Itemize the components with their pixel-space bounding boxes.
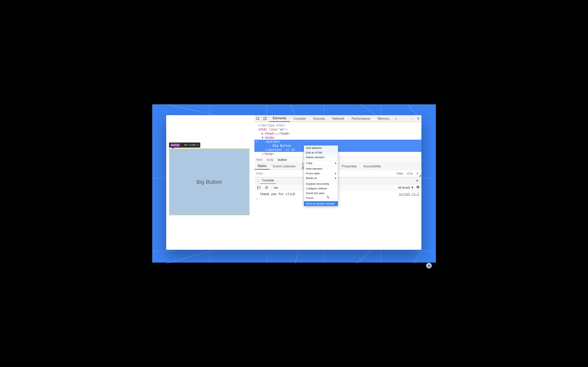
tab-sources[interactable]: Sources	[309, 115, 329, 122]
big-button[interactable]: Big Button	[169, 149, 250, 215]
styles-filter-input[interactable]: Filter	[256, 172, 263, 175]
code-doctype[interactable]: <!doctype html>	[254, 123, 421, 127]
drawer-close-icon[interactable]: ✕	[415, 179, 420, 183]
svg-rect-10	[265, 117, 267, 119]
ctx-scroll-into-view[interactable]: Scroll into view	[304, 191, 338, 196]
devtools-tabs: Elements Console Sources Network Perform…	[269, 115, 399, 122]
ctx-focus[interactable]: Focus	[304, 196, 338, 200]
tab-console[interactable]: Console	[290, 115, 309, 122]
ctx-delete-element[interactable]: Delete element	[304, 155, 338, 160]
svg-rect-12	[257, 186, 258, 189]
hov-toggle[interactable]: :hov	[396, 172, 403, 175]
ctx-copy[interactable]: Copy	[304, 161, 338, 165]
app-window: button | 447.3×365.5 Big Button Elements…	[166, 115, 421, 250]
inspect-tooltip: button | 447.3×365.5	[169, 142, 200, 148]
tab-memory[interactable]: Memory	[374, 115, 393, 122]
tab-network[interactable]: Network	[329, 115, 348, 122]
inspect-dimensions: 447.3×365.5	[184, 144, 199, 146]
console-log-source[interactable]: script.js:2	[399, 192, 419, 196]
devtools-topbar: Elements Console Sources Network Perform…	[254, 115, 421, 122]
subtab-properties[interactable]: Properties	[338, 163, 360, 170]
page-preview-pane: button | 447.3×365.5 Big Button	[166, 115, 254, 250]
code-head[interactable]: ▶<head>…</head>	[254, 132, 421, 136]
console-context-select[interactable]: top	[274, 186, 278, 189]
crumb-button[interactable]: button	[278, 158, 287, 162]
svg-line-0	[167, 104, 222, 117]
cursor-icon	[327, 196, 330, 199]
code-html-open[interactable]: <html lang="en">	[254, 127, 421, 132]
ctx-expand-recursively[interactable]: Expand recursively	[304, 182, 338, 186]
svg-line-7	[414, 251, 422, 263]
subtab-styles[interactable]: Styles	[254, 163, 270, 170]
kebab-menu-icon[interactable]: ⋮	[409, 115, 415, 122]
svg-line-2	[361, 104, 379, 117]
ctx-store-as-global-variable[interactable]: Store as global variable	[304, 201, 338, 206]
subtab-event-listeners[interactable]: Event Listeners	[270, 163, 299, 170]
ctx-break-on[interactable]: Break on	[304, 176, 338, 180]
big-button-label: Big Button	[196, 179, 222, 185]
console-drawer-tab[interactable]: Console	[260, 177, 276, 184]
ctx-edit-as-html[interactable]: Edit as HTML	[304, 150, 338, 155]
inspect-icon[interactable]	[254, 115, 262, 122]
console-log-message: thank you for click	[260, 192, 295, 196]
ctx-collapse-children[interactable]: Collapse children	[304, 186, 338, 191]
slide: button | 447.3×365.5 Big Button Elements…	[152, 95, 436, 272]
tab-performance[interactable]: Performance	[348, 115, 374, 122]
device-toggle-icon[interactable]	[262, 115, 269, 122]
chrome-logo-icon	[426, 263, 432, 268]
selection-gutter-icon: ⋯	[254, 140, 259, 143]
resize-corner-icon[interactable]	[419, 175, 421, 176]
context-menu: Add attribute Edit as HTML Delete elemen…	[304, 145, 338, 206]
console-sidebar-toggle-icon[interactable]	[256, 185, 262, 190]
subtab-accessibility[interactable]: Accessibility	[360, 163, 384, 170]
svg-line-14	[266, 187, 268, 188]
crumb-html[interactable]: html	[256, 158, 263, 162]
tab-elements[interactable]: Elements	[269, 115, 290, 122]
console-levels-select[interactable]: All levels ▼	[398, 186, 414, 189]
new-style-rule-icon[interactable]: ＋	[415, 171, 419, 176]
cls-toggle[interactable]: .cls	[405, 172, 413, 175]
console-settings-icon[interactable]	[416, 185, 420, 190]
close-icon[interactable]: ✕	[415, 115, 421, 122]
inspect-tag-name: button	[171, 143, 180, 147]
drawer-kebab-icon[interactable]: ⋮	[256, 179, 260, 183]
ctx-add-attribute[interactable]: Add attribute	[304, 146, 338, 150]
tabs-overflow-icon[interactable]: »	[393, 115, 399, 122]
crumb-body[interactable]: body	[267, 158, 274, 162]
code-body-open[interactable]: ▼<body>	[254, 136, 421, 140]
clear-console-icon[interactable]	[264, 185, 269, 190]
ctx-force-state[interactable]: Force state	[304, 171, 338, 176]
svg-line-1	[291, 104, 295, 117]
ctx-hide-element[interactable]: Hide element	[304, 166, 338, 171]
